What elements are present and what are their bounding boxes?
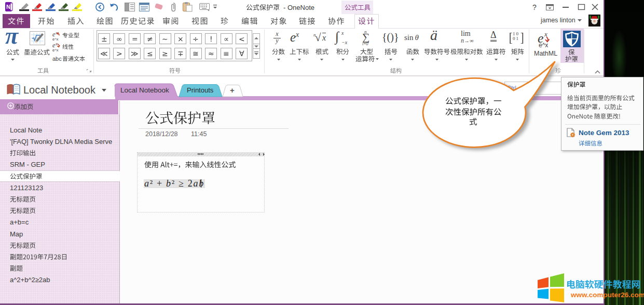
svg-text:x: x xyxy=(55,42,58,46)
svg-text:e^x: e^x xyxy=(52,37,59,42)
svg-text:N: N xyxy=(6,4,10,10)
svg-text:e^x: e^x xyxy=(52,48,59,52)
